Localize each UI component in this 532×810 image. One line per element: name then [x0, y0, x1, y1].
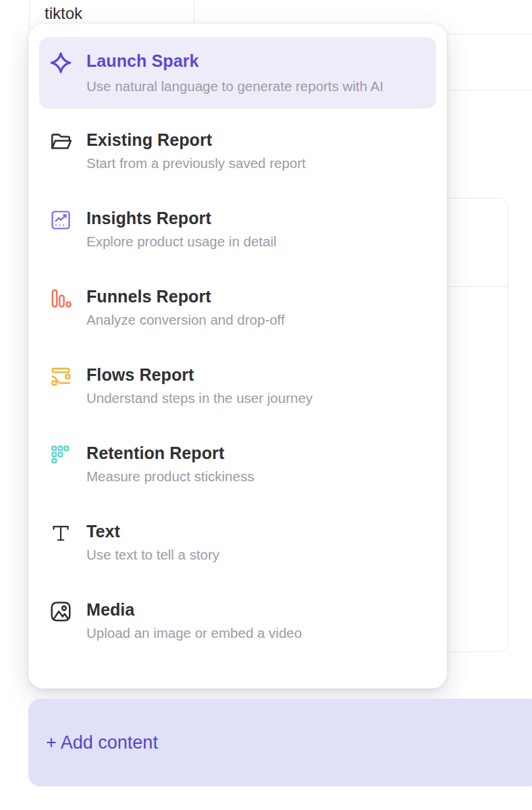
line-chart-icon — [49, 208, 73, 232]
menu-item-title: Insights Report — [86, 208, 277, 228]
add-content-label: + Add content — [46, 732, 158, 753]
menu-item-text: Text Use text to tell a story — [86, 521, 219, 564]
menu-item-title: Flows Report — [86, 364, 313, 385]
menu-item-text: Retention Report Measure product stickin… — [86, 443, 254, 486]
menu-item-text[interactable]: Text Use text to tell a story — [39, 512, 436, 574]
flow-icon — [49, 364, 73, 389]
cohort-grid-icon — [49, 443, 73, 467]
add-content-button[interactable]: + Add content — [28, 699, 532, 786]
text-icon — [49, 521, 73, 545]
page: tiktok Launch Spark Use natural language… — [0, 0, 532, 810]
menu-item-funnels-report[interactable]: Funnels Report Analyze conversion and dr… — [39, 277, 436, 339]
menu-item-description: Use natural language to generate reports… — [86, 76, 383, 97]
menu-item-text: Media Upload an image or embed a video — [86, 599, 302, 643]
spark-icon — [49, 51, 73, 75]
menu-item-title: Existing Report — [86, 130, 306, 150]
menu-item-description: Explore product usage in detail — [86, 232, 277, 251]
menu-item-description: Understand steps in the user journey — [86, 389, 313, 408]
add-content-menu: Launch Spark Use natural language to gen… — [28, 24, 447, 688]
menu-item-title: Retention Report — [86, 443, 254, 463]
menu-item-media[interactable]: Media Upload an image or embed a video — [39, 590, 436, 652]
menu-item-existing-report[interactable]: Existing Report Start from a previously … — [39, 120, 436, 182]
menu-item-description: Measure product stickiness — [86, 467, 254, 486]
menu-item-text: Funnels Report Analyze conversion and dr… — [86, 286, 285, 329]
menu-item-description: Use text to tell a story — [86, 545, 219, 564]
menu-item-text: Insights Report Explore product usage in… — [86, 208, 277, 251]
menu-item-description: Analyze conversion and drop-off — [86, 310, 285, 329]
menu-item-title: Text — [86, 521, 219, 541]
menu-item-launch-spark[interactable]: Launch Spark Use natural language to gen… — [39, 37, 436, 109]
folder-icon — [49, 130, 73, 154]
menu-item-title: Launch Spark — [86, 51, 383, 71]
menu-item-title: Media — [86, 599, 302, 620]
background-table-hline-second — [448, 90, 532, 90]
menu-item-flows-report[interactable]: Flows Report Understand steps in the use… — [39, 355, 436, 417]
menu-item-text: Launch Spark Use natural language to gen… — [86, 51, 383, 97]
menu-item-retention-report[interactable]: Retention Report Measure product stickin… — [39, 433, 436, 495]
menu-item-insights-report[interactable]: Insights Report Explore product usage in… — [39, 198, 436, 261]
menu-item-text: Existing Report Start from a previously … — [86, 130, 306, 173]
menu-item-description: Start from a previously saved report — [86, 154, 306, 173]
bar-chart-icon — [49, 286, 73, 310]
media-icon — [49, 599, 73, 624]
menu-item-description: Upload an image or embed a video — [86, 624, 302, 643]
background-cell-text: tiktok — [45, 4, 82, 23]
menu-item-title: Funnels Report — [86, 286, 285, 306]
background-table-vline-left — [29, 0, 30, 28]
menu-item-text: Flows Report Understand steps in the use… — [86, 364, 313, 408]
